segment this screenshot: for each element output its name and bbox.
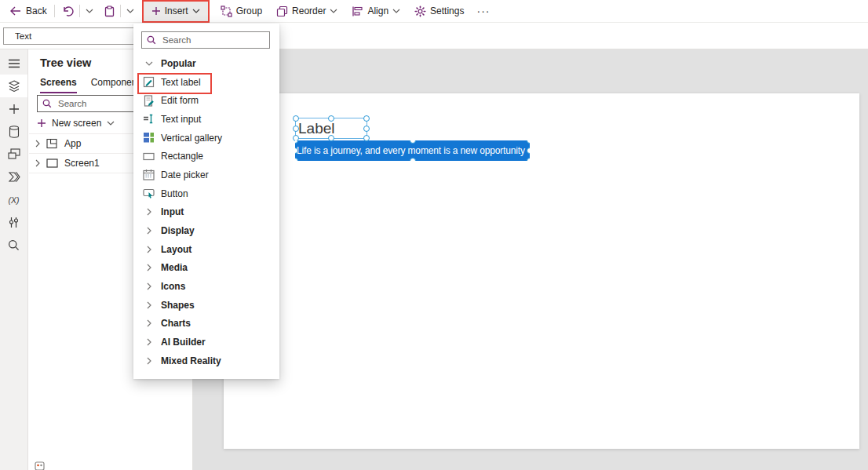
back-button[interactable]: Back	[9, 5, 47, 16]
tab-screens[interactable]: Screens	[40, 77, 77, 93]
rail-item-search[interactable]	[0, 234, 27, 257]
section-display[interactable]: Display	[133, 221, 279, 240]
selection-handle[interactable]	[363, 126, 370, 132]
align-label: Align	[367, 5, 388, 16]
section-popular[interactable]: Popular	[133, 54, 279, 73]
top-toolbar: Back Insert Group	[0, 0, 868, 23]
panel-title: Tree view	[40, 56, 91, 69]
insert-menu-search-input[interactable]	[161, 35, 264, 46]
insert-menu: Popular Text label Edit form	[133, 24, 279, 379]
align-button[interactable]: Align	[352, 5, 400, 17]
app-screen[interactable]: Label Life is a journey, and every momen…	[224, 93, 859, 449]
section-ai-builder[interactable]: AI Builder	[133, 333, 279, 352]
chevron-down-icon	[392, 9, 400, 13]
paste-button[interactable]	[104, 5, 115, 17]
menu-item-date-picker[interactable]: Date picker	[133, 166, 279, 184]
section-charts[interactable]: Charts	[133, 315, 279, 333]
chevron-right-icon	[143, 282, 155, 290]
selection-handle[interactable]	[293, 115, 299, 122]
left-nav-rail: (X)	[0, 49, 28, 470]
settings-button[interactable]: Settings	[414, 5, 464, 17]
reorder-icon	[276, 5, 288, 17]
rail-item-data[interactable]	[0, 120, 27, 143]
rail-item-tree-view[interactable]	[0, 75, 27, 97]
rail-item-insert[interactable]	[0, 97, 27, 120]
selection-handle[interactable]	[363, 135, 370, 141]
more-commands-button[interactable]: ···	[476, 5, 490, 17]
group-icon	[221, 5, 232, 17]
rail-item-power-automate[interactable]	[0, 166, 27, 188]
assistant-icon[interactable]	[35, 460, 45, 470]
rectangle-icon	[143, 152, 155, 161]
property-selected: Text	[15, 31, 31, 41]
menu-item-button[interactable]: Button	[133, 184, 279, 203]
new-screen-label: New screen	[52, 118, 101, 129]
undo-icon	[62, 5, 74, 16]
search-icon	[42, 99, 52, 108]
database-icon	[9, 126, 20, 138]
banner-label-value: Life is a journey, and every moment is a…	[297, 145, 525, 156]
chevron-down-icon	[86, 9, 93, 13]
selection-handle[interactable]	[293, 126, 299, 132]
selection-handle[interactable]	[295, 158, 298, 161]
selection-handle[interactable]	[328, 135, 334, 141]
formula-bar: Text	[0, 22, 868, 49]
section-media[interactable]: Media	[133, 259, 279, 278]
chevron-right-icon	[143, 301, 155, 309]
chevron-down-icon	[330, 9, 337, 13]
plus-icon	[151, 6, 161, 16]
menu-item-vertical-gallery[interactable]: Vertical gallery	[133, 129, 279, 148]
text-label-control[interactable]: Label	[295, 118, 367, 139]
hamburger-menu-button[interactable]	[0, 52, 27, 75]
more-label: ···	[476, 5, 490, 17]
selection-handle[interactable]	[295, 140, 298, 144]
back-arrow-icon	[9, 6, 22, 16]
selection-handle[interactable]	[363, 115, 370, 122]
menu-item-text-label[interactable]: Text label	[133, 73, 279, 92]
selection-handle[interactable]	[410, 140, 416, 144]
insert-button[interactable]: Insert	[144, 2, 208, 21]
rail-item-media[interactable]	[0, 143, 27, 166]
menu-item-edit-form[interactable]: Edit form	[133, 91, 279, 110]
chevron-right-icon	[143, 357, 155, 365]
rail-item-advanced-tools[interactable]	[0, 211, 27, 234]
chevron-right-icon	[143, 246, 155, 253]
selection-handle[interactable]	[410, 158, 416, 161]
section-layout[interactable]: Layout	[133, 240, 279, 259]
selection-handle[interactable]	[527, 140, 530, 144]
undo-dropdown-button[interactable]	[86, 9, 93, 13]
group-button[interactable]: Group	[221, 5, 262, 17]
section-mixed-reality[interactable]: Mixed Reality	[133, 352, 279, 370]
section-shapes[interactable]: Shapes	[133, 296, 279, 315]
edit-form-icon	[143, 95, 155, 107]
variables-icon: (X)	[9, 195, 20, 205]
toolbar-divider	[79, 5, 80, 17]
hamburger-icon	[8, 59, 20, 68]
selection-handle[interactable]	[527, 158, 530, 161]
button-icon	[143, 188, 155, 199]
chevron-down-icon	[192, 9, 200, 13]
rail-item-variables[interactable]: (X)	[0, 188, 27, 211]
paste-dropdown-button[interactable]	[126, 9, 134, 13]
chevron-right-icon	[143, 264, 155, 271]
menu-item-text-input[interactable]: Text input	[133, 110, 279, 129]
menu-item-rectangle[interactable]: Rectangle	[133, 147, 279, 166]
power-automate-icon	[8, 172, 20, 182]
text-label-icon	[143, 76, 155, 88]
tree-item-label: Screen1	[64, 158, 100, 169]
undo-button[interactable]	[62, 5, 74, 16]
section-input[interactable]: Input	[133, 203, 279, 222]
section-icons[interactable]: Icons	[133, 277, 279, 296]
selection-handle[interactable]	[328, 115, 334, 122]
insert-menu-list: Popular Text label Edit form	[133, 54, 279, 370]
insert-highlight-box: Insert	[144, 2, 208, 21]
reorder-button[interactable]: Reorder	[276, 5, 337, 17]
chevron-right-icon	[143, 227, 155, 235]
selection-handle[interactable]	[527, 148, 530, 154]
chevron-right-icon	[143, 208, 155, 216]
text-label-value: Label	[298, 120, 335, 137]
date-picker-icon	[143, 169, 155, 180]
banner-label-control[interactable]: Life is a journey, and every moment is a…	[295, 140, 530, 161]
tree-view-icon	[8, 80, 20, 93]
new-screen-button[interactable]: New screen	[37, 118, 115, 129]
